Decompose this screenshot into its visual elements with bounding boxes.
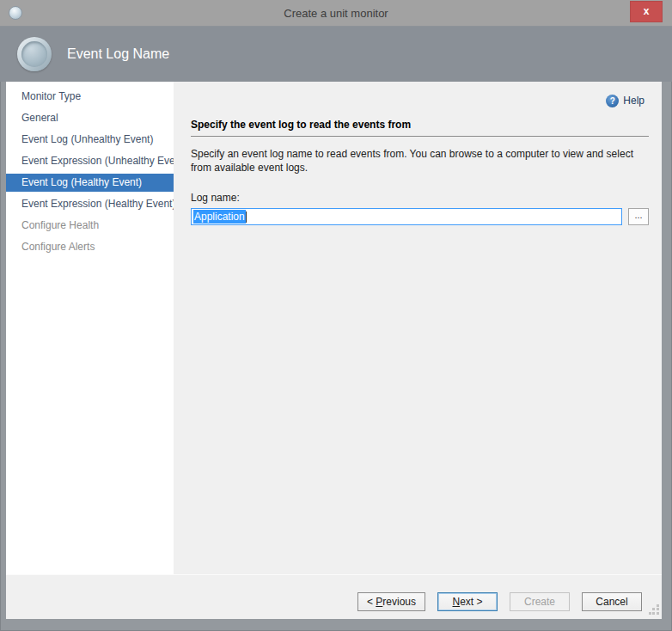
cancel-button[interactable]: Cancel [582,592,642,611]
previous-button[interactable]: < Previous [357,592,425,611]
log-name-label: Log name: [191,192,649,204]
next-button-accesskey: N [452,596,460,608]
sidebar-item-event-log-healthy[interactable]: Event Log (Healthy Event) [6,174,174,192]
log-name-label-pre: Lo [191,192,202,204]
sidebar-item-event-expression-unhealthy[interactable]: Event Expression (Unhealthy Event) [6,150,174,172]
close-button[interactable]: x [630,1,663,22]
create-button: Create [510,592,570,611]
wizard-steps-sidebar: Monitor Type General Event Log (Unhealth… [6,82,174,574]
previous-button-pre: < [367,596,376,608]
log-name-input[interactable]: Application [191,208,622,225]
wizard-footer: < Previous Next > Create Cancel [6,574,662,619]
create-unit-monitor-dialog: Create a unit monitor x Event Log Name M… [0,0,672,631]
sidebar-item-configure-alerts: Configure Alerts [6,236,174,258]
help-label: Help [623,95,645,107]
log-name-row: Application ... [191,208,649,225]
sidebar-item-general[interactable]: General [6,107,174,129]
sidebar-item-event-log-unhealthy[interactable]: Event Log (Unhealthy Event) [6,129,174,150]
section-heading: Specify the event log to read the events… [191,119,649,137]
monitor-sphere-icon [17,37,52,71]
wizard-page-content: ? Help Specify the event log to read the… [174,82,662,574]
window-title: Create a unit monitor [0,0,672,27]
section-description: Specify an event log name to read events… [191,147,649,175]
page-title: Event Log Name [67,27,169,82]
footer-buttons: < Previous Next > Create Cancel [6,575,662,611]
next-button-post: ext > [460,596,482,608]
text-caret [246,211,247,223]
log-name-label-post: name: [208,192,240,204]
wizard-header: Event Log Name [0,27,672,82]
next-button[interactable]: Next > [437,592,498,611]
sidebar-item-monitor-type[interactable]: Monitor Type [6,86,174,107]
sidebar-item-event-expression-healthy[interactable]: Event Expression (Healthy Event) [6,193,174,215]
resize-grip[interactable] [649,604,659,615]
help-icon: ? [606,95,619,107]
browse-button[interactable]: ... [628,208,649,225]
sidebar-item-configure-health: Configure Health [6,215,174,236]
help-link[interactable]: ? Help [191,93,645,108]
previous-button-post: revious [382,596,416,608]
log-name-selected-text: Application [193,210,246,224]
title-bar[interactable]: Create a unit monitor x [0,0,672,27]
monitor-sphere-icon-inner [21,41,47,67]
